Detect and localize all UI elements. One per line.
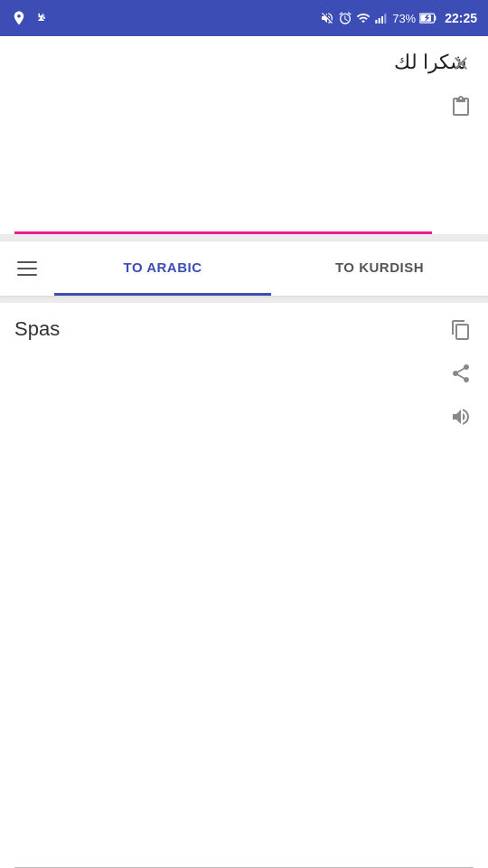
share-icon (450, 363, 472, 384)
svg-rect-6 (435, 16, 436, 21)
output-text: Spas (14, 317, 474, 372)
svg-rect-3 (384, 14, 386, 24)
status-bar: 73% 22:25 (0, 0, 488, 36)
menu-button[interactable] (0, 241, 54, 296)
tab-to-kurdish[interactable]: TO KURDISH (271, 241, 488, 296)
status-bar-right-icons: 73% 22:25 (320, 11, 477, 25)
copy-icon (450, 319, 472, 341)
svg-rect-1 (379, 18, 380, 24)
paste-button[interactable] (445, 90, 477, 123)
output-card: Spas (0, 303, 488, 868)
input-card: شكرا لك (0, 36, 488, 234)
speak-button[interactable] (445, 401, 477, 433)
usb-icon (34, 10, 51, 26)
mute-icon (320, 11, 334, 25)
input-underline (14, 231, 432, 234)
signal-icon (374, 11, 389, 25)
location-icon (11, 10, 27, 26)
main-content: شكرا لك TO ARABIC TO KURDISH Spas (0, 36, 488, 868)
share-button[interactable] (445, 357, 477, 390)
battery-icon (419, 12, 437, 24)
copy-button[interactable] (445, 314, 477, 346)
input-actions (445, 47, 477, 123)
time-display: 22:25 (445, 11, 477, 25)
svg-rect-2 (381, 16, 383, 24)
clipboard-icon (450, 96, 472, 118)
tab-to-arabic[interactable]: TO ARABIC (54, 241, 271, 296)
input-text[interactable]: شكرا لك (14, 51, 474, 231)
volume-icon (450, 406, 472, 428)
tab-bar: TO ARABIC TO KURDISH (0, 241, 488, 296)
alarm-icon (338, 11, 352, 25)
wifi-icon (356, 11, 371, 25)
close-icon (450, 52, 472, 74)
output-actions (445, 314, 477, 433)
hamburger-icon (17, 261, 37, 276)
svg-rect-0 (375, 20, 377, 24)
status-bar-left-icons (11, 10, 51, 26)
clear-button[interactable] (445, 47, 477, 80)
battery-percent: 73% (392, 12, 416, 25)
language-tabs: TO ARABIC TO KURDISH (54, 241, 488, 296)
